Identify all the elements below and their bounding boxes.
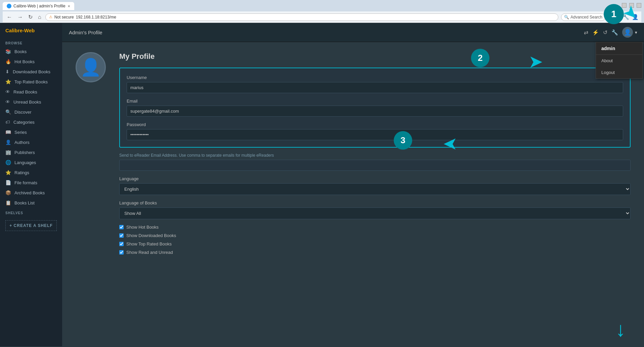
profile-area: 👤 My Profile Username Email Password [62, 42, 644, 268]
user-menu-trigger[interactable]: 👤 ▾ admin About Logout [622, 27, 637, 38]
dropdown-about-item[interactable]: About [596, 55, 642, 67]
user-avatar: 👤 [622, 27, 633, 38]
sidebar-item-books[interactable]: 📚 Books [0, 46, 62, 56]
home-button[interactable]: ⌂ [37, 13, 43, 21]
email-input[interactable] [127, 106, 623, 117]
create-shelf-button[interactable]: + CREATE A SHELF [5, 220, 57, 231]
forward-button[interactable]: → [16, 13, 24, 21]
sidebar-item-label: Ratings [14, 170, 29, 175]
annotation-arrow-2: ➤ [528, 51, 543, 72]
email-group: Email [127, 99, 623, 117]
ereader-input[interactable] [119, 160, 631, 171]
sidebar-item-read-books[interactable]: 👁 Read Books [0, 87, 62, 97]
sidebar-item-label: Publishers [14, 150, 35, 155]
lock-icon: ⚠ [49, 15, 52, 19]
show-top-rated-books-group: Show Top Rated Books [119, 241, 631, 246]
sidebar-item-authors[interactable]: 👤 Authors [0, 137, 62, 147]
sidebar-item-books-list[interactable]: 📋 Books List [0, 198, 62, 208]
sidebar-item-label: Books [14, 49, 27, 54]
dropdown-username: admin [596, 42, 642, 55]
settings-button[interactable]: 🔧 [611, 29, 618, 36]
annotation-3: 3 [394, 131, 412, 150]
profile-avatar: 👤 [76, 52, 106, 82]
username-input[interactable] [127, 82, 623, 93]
password-input[interactable] [127, 129, 623, 140]
topbar: Admin's Profile ⇄ ⚡ ↺ 🔧 👤 ▾ admin About … [62, 23, 644, 42]
refresh-button[interactable]: ↺ [603, 29, 607, 36]
minimize-button[interactable]: ─ [622, 3, 627, 8]
username-group: Username [127, 75, 623, 93]
show-read-unread-group: Show Read and Unread [119, 250, 631, 255]
back-button[interactable]: ← [5, 13, 13, 21]
sidebar-item-label: Discover [14, 110, 32, 115]
sidebar-item-file-formats[interactable]: 📄 File formats [0, 178, 62, 188]
sidebar-item-label: Categories [13, 120, 35, 125]
sidebar-item-ratings[interactable]: ⭐ Ratings [0, 167, 62, 178]
username-label: ▾ [635, 30, 637, 35]
sidebar-item-archived-books[interactable]: 📦 Archived Books [0, 188, 62, 198]
tab-favicon [7, 4, 11, 8]
profile-title: My Profile [119, 52, 631, 61]
user-dropdown-menu: admin About Logout [596, 42, 643, 79]
browser-chrome: Calibre-Web | admin's Profile ✕ ─ □ ✕ ← … [0, 0, 644, 23]
reload-button[interactable]: ↻ [27, 13, 34, 21]
sidebar-item-publishers[interactable]: 🏢 Publishers [0, 147, 62, 157]
show-read-unread-checkbox[interactable] [119, 250, 124, 255]
sidebar-item-series[interactable]: 📖 Series [0, 127, 62, 137]
tab-title: Calibre-Web | admin's Profile [13, 4, 66, 8]
username-label: Username [127, 75, 623, 80]
address-bar[interactable]: ⚠ Not secure 192.168.1.18:8213/me [45, 13, 559, 21]
profile-avatar-area: 👤 [76, 52, 106, 258]
sidebar-item-label: Series [14, 130, 27, 135]
show-read-unread-label: Show Read and Unread [126, 250, 173, 255]
sidebar-item-languages[interactable]: 🌐 Languages [0, 157, 62, 167]
sidebar-item-hot-books[interactable]: 🔥 Hot Books [0, 56, 62, 67]
show-downloaded-books-label: Show Downloaded Books [126, 233, 176, 238]
profile-card: Username Email Password [119, 68, 631, 148]
sidebar-item-label: Archived Books [14, 190, 45, 195]
show-hot-books-label: Show Hot Books [126, 225, 159, 230]
annotation-2: 2 [471, 49, 489, 67]
language-books-group: Language of Books Show All [119, 200, 631, 219]
sidebar-item-downloaded-books[interactable]: ⬇ Downloaded Books [0, 67, 62, 77]
show-top-rated-books-checkbox[interactable] [119, 242, 124, 246]
tab-close-button[interactable]: ✕ [68, 4, 70, 8]
language-books-label: Language of Books [119, 200, 631, 205]
dropdown-logout-item[interactable]: Logout [596, 67, 642, 78]
sidebar-item-discover[interactable]: 🔍 Discover [0, 107, 62, 117]
ereader-group: Send to eReader Email Address. Use comma… [119, 153, 631, 171]
language-label: Language [119, 176, 631, 181]
sidebar-item-label: Books List [14, 200, 35, 205]
sync-button[interactable]: ⇄ [584, 29, 588, 36]
sidebar-item-top-rated-books[interactable]: ⭐ Top Rated Books [0, 77, 62, 87]
topbar-actions: ⇄ ⚡ ↺ 🔧 👤 ▾ admin About Logout [584, 27, 637, 38]
profile-form: My Profile Username Email Password [119, 52, 631, 258]
publishers-icon: 🏢 [5, 150, 11, 155]
sidebar-brand[interactable]: Calibre-Web [0, 23, 62, 38]
password-group: Password [127, 122, 623, 140]
categories-icon: 🏷 [5, 119, 10, 125]
email-label: Email [127, 99, 623, 104]
top-rated-icon: ⭐ [5, 79, 11, 84]
show-hot-books-checkbox[interactable] [119, 225, 124, 229]
ratings-icon: ⭐ [5, 170, 11, 175]
lightning-button[interactable]: ⚡ [592, 29, 599, 36]
search-label: Advanced Search [570, 15, 602, 20]
browser-tab[interactable]: Calibre-Web | admin's Profile ✕ [3, 2, 74, 10]
browser-titlebar: Calibre-Web | admin's Profile ✕ ─ □ ✕ [3, 2, 641, 10]
language-books-select[interactable]: Show All [119, 207, 631, 219]
read-books-icon: 👁 [5, 89, 10, 94]
shelves-section-label: SHELVES [0, 208, 62, 216]
topbar-title: Admin's Profile [69, 30, 102, 35]
search-bar[interactable]: 🔍 Advanced Search [561, 13, 605, 21]
downloaded-icon: ⬇ [5, 69, 9, 74]
app-container: Calibre-Web BROWSE 📚 Books 🔥 Hot Books ⬇… [0, 23, 644, 346]
archived-books-icon: 📦 [5, 190, 11, 195]
language-select[interactable]: English German French Spanish [119, 183, 631, 195]
sidebar-item-unread-books[interactable]: 👁 Unread Books [0, 97, 62, 107]
show-downloaded-books-checkbox[interactable] [119, 233, 124, 238]
sidebar-item-label: Authors [14, 140, 30, 145]
sidebar-item-label: Downloaded Books [13, 69, 50, 74]
address-url: 192.168.1.18:8213/me [76, 15, 116, 20]
sidebar-item-categories[interactable]: 🏷 Categories [0, 117, 62, 127]
